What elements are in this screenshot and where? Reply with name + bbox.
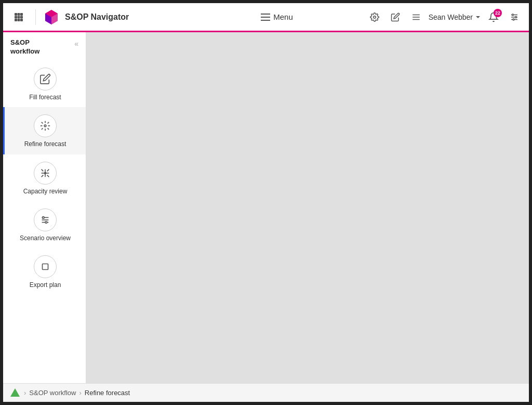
svg-point-20 bbox=[512, 14, 514, 16]
content-area bbox=[86, 32, 529, 383]
svg-line-31 bbox=[48, 122, 49, 124]
svg-point-21 bbox=[515, 16, 517, 18]
divider bbox=[35, 9, 36, 25]
svg-rect-8 bbox=[20, 19, 23, 21]
sidebar-item-scenario-overview[interactable]: Scenario overview bbox=[3, 201, 86, 248]
svg-point-22 bbox=[513, 19, 514, 20]
menu-label: Menu bbox=[273, 12, 293, 21]
notification-badge: 22 bbox=[494, 9, 502, 17]
breadcrumb-separator-2: › bbox=[79, 389, 81, 397]
svg-rect-7 bbox=[18, 19, 20, 21]
nav-items: Fill forecast bbox=[3, 60, 86, 295]
user-menu-button[interactable]: Sean Webber bbox=[429, 13, 481, 21]
breadcrumb-current: Refine forecast bbox=[85, 389, 130, 397]
svg-rect-3 bbox=[15, 16, 17, 18]
svg-marker-45 bbox=[10, 388, 20, 397]
bottombar: › S&OP workflow › Refine forecast bbox=[3, 383, 529, 402]
refine-forecast-icon bbox=[34, 114, 57, 137]
capacity-review-icon bbox=[34, 162, 57, 185]
app-logo bbox=[43, 9, 60, 25]
user-name: Sean Webber bbox=[429, 13, 473, 21]
screen: S&OP Navigator Menu bbox=[0, 0, 532, 405]
sidebar-item-refine-forecast[interactable]: Refine forecast bbox=[3, 107, 86, 154]
topbar-right: Sean Webber 22 bbox=[366, 9, 523, 25]
main-area: S&OPworkflow « Fill forecast bbox=[3, 32, 529, 383]
export-plan-label: Export plan bbox=[30, 281, 61, 289]
export-plan-icon bbox=[34, 255, 57, 278]
sidebar-header: S&OPworkflow « bbox=[3, 32, 86, 60]
fill-forecast-icon bbox=[34, 68, 57, 90]
app-title: S&OP Navigator bbox=[65, 12, 129, 22]
notifications-button[interactable]: 22 bbox=[485, 9, 502, 25]
menu-button[interactable]: Menu bbox=[261, 12, 293, 21]
breadcrumb-workflow[interactable]: S&OP workflow bbox=[29, 389, 76, 397]
svg-rect-4 bbox=[18, 16, 20, 18]
svg-line-27 bbox=[48, 128, 49, 130]
svg-rect-5 bbox=[20, 16, 23, 18]
topbar: S&OP Navigator Menu bbox=[3, 3, 529, 32]
svg-line-35 bbox=[42, 169, 44, 171]
svg-rect-1 bbox=[18, 13, 20, 16]
svg-line-30 bbox=[42, 128, 43, 130]
svg-point-43 bbox=[45, 221, 47, 224]
sidebar-item-capacity-review[interactable]: Capacity review bbox=[3, 154, 86, 201]
svg-rect-6 bbox=[15, 19, 17, 21]
filters-button[interactable] bbox=[506, 9, 523, 25]
sidebar-item-fill-forecast[interactable]: Fill forecast bbox=[3, 60, 86, 107]
svg-point-23 bbox=[44, 125, 46, 127]
svg-rect-44 bbox=[43, 264, 48, 270]
svg-rect-2 bbox=[20, 13, 23, 16]
svg-point-34 bbox=[45, 172, 46, 174]
topbar-center: Menu bbox=[188, 12, 366, 21]
svg-line-26 bbox=[42, 122, 43, 124]
svg-line-37 bbox=[42, 175, 44, 177]
sidebar-item-export-plan[interactable]: Export plan bbox=[3, 248, 86, 295]
svg-line-38 bbox=[47, 175, 49, 177]
svg-point-13 bbox=[373, 16, 376, 18]
breadcrumb-logo bbox=[9, 387, 21, 399]
hamburger-icon bbox=[261, 14, 270, 21]
svg-line-36 bbox=[47, 169, 49, 171]
settings-button[interactable] bbox=[366, 9, 383, 25]
svg-point-40 bbox=[43, 217, 45, 219]
sidebar: S&OPworkflow « Fill forecast bbox=[3, 32, 86, 383]
sidebar-title: S&OPworkflow bbox=[10, 38, 39, 56]
scenario-overview-icon bbox=[34, 208, 57, 231]
collapse-sidebar-button[interactable]: « bbox=[74, 40, 78, 48]
topbar-left: S&OP Navigator bbox=[9, 8, 188, 27]
fill-forecast-label: Fill forecast bbox=[29, 94, 61, 101]
list-view-button[interactable] bbox=[408, 9, 424, 25]
scenario-overview-label: Scenario overview bbox=[20, 234, 71, 242]
edit-button[interactable] bbox=[387, 9, 404, 25]
refine-forecast-label: Refine forecast bbox=[24, 140, 66, 148]
grid-icon[interactable] bbox=[9, 8, 28, 27]
breadcrumb-separator-1: › bbox=[24, 389, 26, 397]
svg-rect-0 bbox=[15, 13, 17, 16]
capacity-review-label: Capacity review bbox=[23, 188, 68, 195]
